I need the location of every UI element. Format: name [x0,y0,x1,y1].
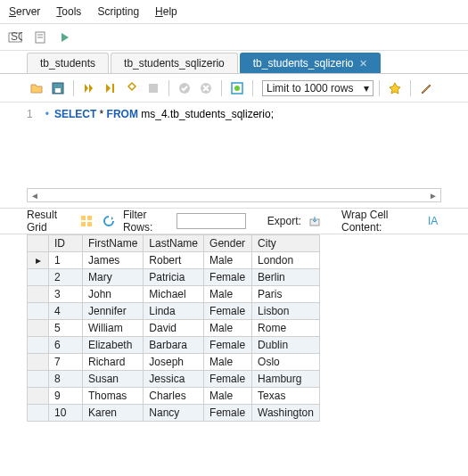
execute-step-icon[interactable] [101,78,120,98]
tab-1[interactable]: tb_students_sqlizerio [111,53,238,73]
table-row[interactable]: 7RichardJosephMaleOslo [28,354,320,371]
cell-city[interactable]: Lisbon [252,303,320,320]
cell-gender[interactable]: Female [204,303,252,320]
filter-input[interactable] [177,213,246,229]
cell-city[interactable]: Dublin [252,337,320,354]
beautify-icon[interactable] [385,78,405,98]
open-file-icon[interactable] [27,78,46,98]
cell-gender[interactable]: Female [204,337,252,354]
cell-city[interactable]: Washington [252,405,320,422]
table-row[interactable]: 10KarenNancyFemaleWashington [28,405,320,422]
explain-icon[interactable] [122,78,142,98]
menu-server[interactable]: Server [9,5,40,18]
doc-icon[interactable] [30,28,50,47]
cell-gender[interactable]: Female [204,269,252,286]
cell-first[interactable]: William [83,320,144,337]
cell-last[interactable]: Linda [144,303,204,320]
col-id[interactable]: ID [49,235,83,252]
cell-first[interactable]: Thomas [83,388,144,405]
cell-id[interactable]: 5 [49,320,83,337]
table-row[interactable]: 3JohnMichaelMaleParis [28,286,320,303]
cell-id[interactable]: 6 [49,337,83,354]
grid-view-icon[interactable] [78,211,95,231]
table-row[interactable]: 9ThomasCharlesMaleTexas [28,388,320,405]
cell-first[interactable]: James [83,252,144,269]
rollback-icon[interactable] [196,78,216,98]
cell-last[interactable]: Michael [144,286,204,303]
brush-icon[interactable] [416,78,436,98]
autocommit-icon[interactable] [227,78,247,98]
cell-gender[interactable]: Male [204,354,252,371]
cell-city[interactable]: Rome [252,320,320,337]
wrap-icon[interactable]: IA [424,211,441,231]
cell-city[interactable]: Hamburg [252,371,320,388]
cell-last[interactable]: Charles [144,388,204,405]
cell-gender[interactable]: Female [204,405,252,422]
svg-rect-14 [81,216,86,220]
cell-gender[interactable]: Male [204,286,252,303]
cell-id[interactable]: 4 [49,303,83,320]
result-grid[interactable]: ID FirstName LastName Gender City ▸1Jame… [27,234,320,422]
horizontal-scrollbar[interactable]: ◄ ► [27,188,441,202]
col-first[interactable]: FirstName [83,235,144,252]
close-icon[interactable]: ✕ [359,58,367,70]
cell-city[interactable]: London [252,252,320,269]
table-row[interactable]: 8SusanJessicaFemaleHamburg [28,371,320,388]
cell-last[interactable]: Nancy [144,405,204,422]
table-row[interactable]: 4JenniferLindaFemaleLisbon [28,303,320,320]
cell-id[interactable]: 1 [49,252,83,269]
menu-tools[interactable]: Tools [56,5,81,18]
cell-gender[interactable]: Male [204,388,252,405]
cell-id[interactable]: 2 [49,269,83,286]
cell-first[interactable]: Susan [83,371,144,388]
tab-2[interactable]: tb_students_sqlizerio✕ [240,53,381,73]
cell-city[interactable]: Paris [252,286,320,303]
run-icon[interactable] [55,28,75,47]
cell-last[interactable]: Patricia [144,269,204,286]
limit-rows-select[interactable]: Limit to 1000 rows ▾ [262,80,374,96]
cell-first[interactable]: Elizabeth [83,337,144,354]
cell-id[interactable]: 9 [49,388,83,405]
svg-rect-15 [87,216,92,220]
cell-city[interactable]: Texas [252,388,320,405]
cell-last[interactable]: Jessica [144,371,204,388]
sql-icon[interactable]: SQL [5,28,25,47]
cell-id[interactable]: 10 [49,405,83,422]
commit-icon[interactable] [175,78,194,98]
export-icon[interactable] [307,211,324,231]
menu-help[interactable]: Help [155,5,177,18]
save-icon[interactable] [48,78,68,98]
cell-id[interactable]: 8 [49,371,83,388]
cell-id[interactable]: 7 [49,354,83,371]
cell-first[interactable]: Mary [83,269,144,286]
table-row[interactable]: 6ElizabethBarbaraFemaleDublin [28,337,320,354]
execute-icon[interactable] [79,78,99,98]
cell-city[interactable]: Oslo [252,354,320,371]
col-gender[interactable]: Gender [204,235,252,252]
cell-last[interactable]: Robert [144,252,204,269]
cell-first[interactable]: John [83,286,144,303]
cell-city[interactable]: Berlin [252,269,320,286]
stop-icon[interactable] [144,78,163,98]
cell-first[interactable]: Richard [83,354,144,371]
col-last[interactable]: LastName [144,235,204,252]
sql-editor[interactable]: 1 • SELECT * FROM ms_4.tb_students_sqliz… [0,103,468,183]
cell-last[interactable]: David [144,320,204,337]
cell-last[interactable]: Barbara [144,337,204,354]
table-row[interactable]: ▸1JamesRobertMaleLondon [28,252,320,269]
cell-gender[interactable]: Male [204,252,252,269]
refresh-icon[interactable] [101,211,118,231]
menu-scripting[interactable]: Scripting [97,5,139,18]
cell-gender[interactable]: Male [204,320,252,337]
cell-first[interactable]: Jennifer [83,303,144,320]
scroll-right-icon[interactable]: ► [426,191,440,201]
cell-last[interactable]: Joseph [144,354,204,371]
tab-0[interactable]: tb_students [27,53,109,73]
scroll-left-icon[interactable]: ◄ [28,191,42,201]
table-row[interactable]: 2MaryPatriciaFemaleBerlin [28,269,320,286]
cell-gender[interactable]: Female [204,371,252,388]
col-city[interactable]: City [252,235,320,252]
cell-id[interactable]: 3 [49,286,83,303]
cell-first[interactable]: Karen [83,405,144,422]
table-row[interactable]: 5WilliamDavidMaleRome [28,320,320,337]
